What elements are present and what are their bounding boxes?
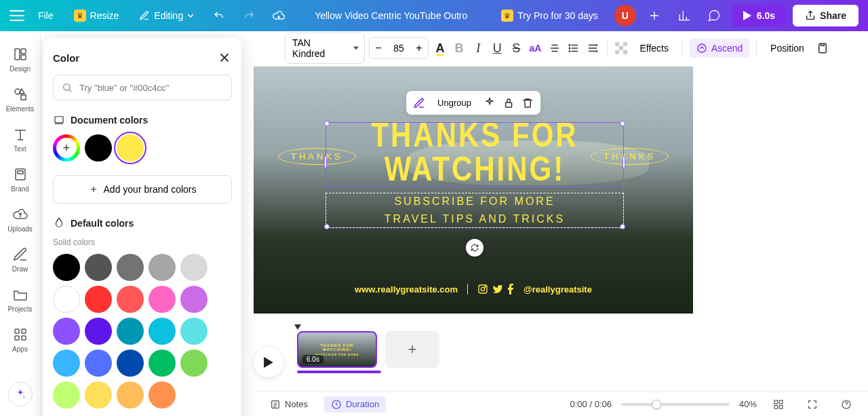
color-swatch[interactable] [85, 349, 112, 377]
nav-brand[interactable]: Brand [0, 161, 40, 198]
magic-sparkle-icon[interactable] [484, 97, 496, 109]
scene-thumbnail[interactable]: THANKS FOR WATCHING! SUBSCRIBE FOR MORE … [297, 331, 377, 368]
more-options-button[interactable] [815, 37, 830, 59]
text-align-button[interactable] [547, 37, 561, 59]
color-swatch[interactable] [117, 254, 144, 281]
nav-apps[interactable]: Apps [0, 321, 40, 358]
color-swatch[interactable] [53, 318, 80, 345]
color-swatch[interactable] [117, 318, 144, 345]
color-search-field[interactable] [53, 75, 232, 100]
text-case-button[interactable]: aA [528, 37, 542, 59]
color-swatch[interactable] [149, 286, 176, 313]
hamburger-menu-icon[interactable] [9, 10, 24, 21]
resize-handle[interactable] [620, 224, 625, 229]
color-swatch[interactable] [117, 381, 144, 409]
color-swatch[interactable] [180, 318, 208, 345]
resize-button[interactable]: ♛ Resize [67, 4, 126, 27]
nav-projects[interactable]: Projects [0, 281, 40, 318]
color-swatch[interactable] [180, 254, 208, 281]
grid-view-button[interactable] [766, 396, 791, 413]
add-scene-button[interactable]: + [385, 331, 439, 368]
underline-button[interactable]: U [490, 37, 505, 59]
color-swatch[interactable] [85, 381, 112, 409]
lock-icon[interactable] [502, 97, 515, 109]
zoom-slider[interactable] [621, 403, 730, 406]
color-swatch[interactable] [117, 286, 144, 313]
timeline-play-button[interactable] [254, 347, 283, 377]
color-swatch[interactable] [53, 254, 80, 281]
resize-handle[interactable] [324, 224, 330, 229]
share-button[interactable]: Share [793, 5, 859, 26]
color-swatch[interactable] [85, 318, 112, 345]
bold-button[interactable]: B [452, 37, 467, 59]
redo-button[interactable] [237, 4, 260, 27]
magic-button[interactable] [8, 382, 33, 406]
color-swatch[interactable] [149, 349, 176, 377]
undo-button[interactable] [208, 4, 231, 27]
analytics-button[interactable] [673, 4, 696, 27]
nav-uploads[interactable]: Uploads [0, 201, 40, 238]
nav-elements[interactable]: Elements [0, 81, 40, 118]
italic-button[interactable]: I [471, 37, 486, 59]
footer-info[interactable]: www.reallygreatsite.com @reallygreatsite [254, 284, 693, 295]
design-canvas[interactable]: Ungroup THANKS THANKS THANKS FOR WATCHIN… [254, 67, 693, 314]
transparency-button[interactable] [614, 37, 629, 59]
editing-mode-button[interactable]: Editing [132, 5, 201, 26]
color-search-input[interactable] [79, 83, 223, 93]
add-brand-colors-button[interactable]: Add your brand colors [53, 175, 232, 204]
animate-ascend-button[interactable]: Ascend [690, 39, 750, 58]
color-swatch[interactable] [53, 286, 80, 313]
add-color-swatch[interactable] [53, 134, 80, 162]
text-color-button[interactable]: A [433, 37, 448, 59]
nav-draw[interactable]: Draw [0, 241, 40, 278]
color-swatch[interactable] [117, 134, 144, 162]
comments-button[interactable] [703, 4, 726, 27]
color-swatch[interactable] [85, 134, 112, 162]
add-member-button[interactable] [643, 4, 666, 27]
color-swatch[interactable] [180, 349, 208, 377]
preview-play-button[interactable]: 6.0s [732, 5, 786, 26]
strikethrough-button[interactable]: S [509, 37, 524, 59]
color-swatch[interactable] [53, 381, 80, 409]
playhead-marker[interactable] [294, 324, 301, 330]
color-swatch[interactable] [149, 254, 176, 281]
font-size-increase[interactable]: + [410, 38, 428, 58]
color-swatch[interactable] [180, 286, 208, 313]
trash-icon[interactable] [521, 97, 534, 109]
color-swatch[interactable] [53, 349, 80, 377]
magic-edit-icon[interactable] [413, 97, 425, 109]
document-title[interactable]: Yellow Video Centric YouTube Outro [297, 10, 485, 21]
fullscreen-button[interactable] [800, 396, 825, 413]
zoom-slider-knob[interactable] [652, 400, 661, 409]
try-pro-button[interactable]: ♛ Try Pro for 30 days [492, 4, 608, 27]
help-button[interactable] [834, 396, 859, 413]
resize-handle[interactable] [623, 156, 625, 168]
effects-button[interactable]: Effects [633, 39, 675, 58]
file-menu[interactable]: File [31, 5, 60, 26]
cloud-sync-icon[interactable] [267, 4, 290, 27]
rotate-handle[interactable] [466, 239, 484, 257]
user-avatar[interactable]: U [614, 5, 636, 26]
ungroup-button[interactable]: Ungroup [432, 95, 477, 111]
color-swatch[interactable] [85, 286, 112, 313]
notes-button[interactable]: Notes [263, 396, 315, 413]
font-family-select[interactable]: TAN Kindred [285, 33, 365, 64]
selected-text-group[interactable]: THANKS FOR WATCHING! SUBSCRIBE FOR MORE … [327, 124, 623, 227]
list-button[interactable] [566, 37, 581, 59]
close-icon[interactable] [217, 50, 232, 65]
spacing-button[interactable] [585, 37, 600, 59]
color-swatch[interactable] [117, 349, 144, 377]
nav-design[interactable]: Design [0, 41, 40, 78]
color-swatch[interactable] [149, 381, 176, 409]
scene-progress-bar[interactable] [297, 371, 381, 373]
font-size-value[interactable]: 85 [387, 43, 410, 54]
color-swatch[interactable] [85, 254, 112, 281]
position-button[interactable]: Position [764, 39, 811, 58]
color-swatch[interactable] [149, 318, 176, 345]
duration-button[interactable]: Duration [324, 396, 386, 413]
resize-handle[interactable] [620, 121, 625, 126]
resize-handle[interactable] [324, 156, 327, 168]
font-size-decrease[interactable]: − [370, 38, 387, 58]
resize-handle[interactable] [324, 121, 330, 126]
nav-text[interactable]: Text [0, 121, 40, 158]
